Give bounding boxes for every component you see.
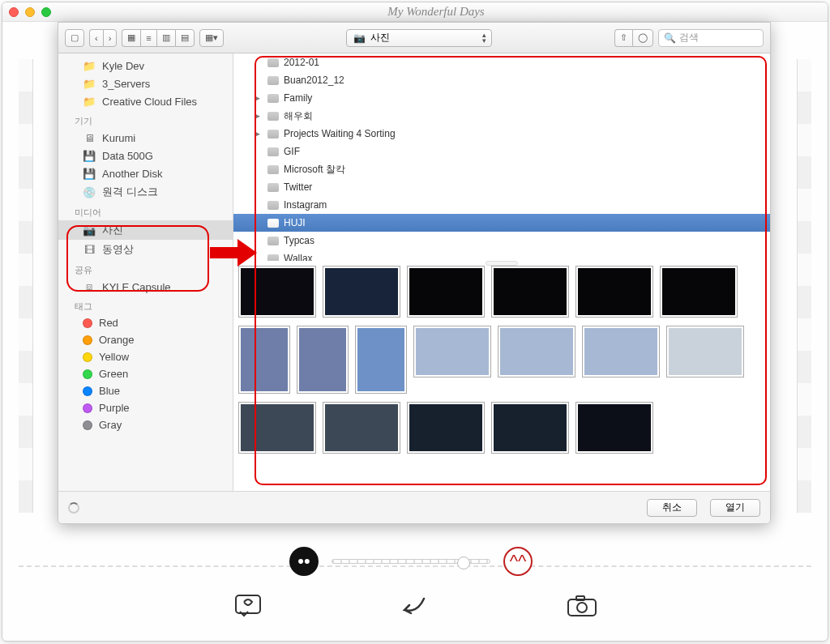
folder-row[interactable]: Twitter [233,178,770,196]
sidebar-item[interactable]: ⧇KYLE Capsule [58,278,233,296]
sidebar-item-사진[interactable]: 📷사진 [58,220,233,240]
photo-thumbnail[interactable] [660,266,738,318]
folder-row[interactable]: GIF [233,143,770,160]
tags-button[interactable]: ◯ [632,29,653,47]
search-icon: 🔍 [664,32,676,44]
disclosure-triangle-icon[interactable]: ▶ [255,112,263,120]
mood-slider[interactable] [332,559,490,564]
photo-thumbnail[interactable] [238,402,316,454]
sidebar-tag-item[interactable]: Gray [58,416,233,433]
reply-button[interactable] [399,590,431,622]
photo-thumbnail[interactable] [355,326,407,394]
sidebar-tag-item[interactable]: Green [58,365,233,382]
split-handle[interactable] [486,261,518,266]
folder-row[interactable]: ▶해우회 [233,107,770,125]
sidebar-item-label: Data 500G [102,150,153,162]
close-window-button[interactable] [9,7,19,17]
sheet-toolbar: ▢ ‹ › ▦ ≡ ▥ ▤ ▦▾ 📷 사진 ▴▾ ⇧ ◯ [58,23,770,53]
open-file-sheet: ▢ ‹ › ▦ ≡ ▥ ▤ ▦▾ 📷 사진 ▴▾ ⇧ ◯ [58,22,771,524]
folder-icon [267,201,279,210]
sidebar-item-label: Red [99,317,118,329]
tag-dot-icon [83,403,92,413]
sidebar[interactable]: 📁Kyle Dev📁3_Servers📁Creative Cloud Files… [58,53,233,491]
photo-thumbnail[interactable] [407,266,485,318]
folder-row[interactable]: Instagram [233,196,770,214]
sidebar-item[interactable]: 📁Kyle Dev [58,57,233,75]
minimize-window-button[interactable] [25,7,35,17]
zoom-window-button[interactable] [41,7,51,17]
sidebar-item[interactable]: 📁3_Servers [58,75,233,92]
sidebar-item[interactable]: 💾Another Disk [58,164,233,182]
photo-thumbnail[interactable] [491,266,569,318]
sidebar-item[interactable]: 📁Creative Cloud Files [58,92,233,110]
folder-row[interactable]: Microsoft 찰칵 [233,160,770,178]
folder-row[interactable]: ▶Projects Waiting 4 Sorting [233,125,770,143]
photo-thumbnail[interactable] [582,326,660,377]
sidebar-item-label: Yellow [99,351,129,363]
share-button[interactable]: ⇧ [614,29,632,47]
photo-thumbnail[interactable] [575,266,653,318]
sidebar-tag-item[interactable]: Blue [58,382,233,399]
folder-row[interactable]: HUJI [233,214,770,232]
tag-dot-icon [83,386,92,396]
sidebar-item[interactable]: 💾Data 500G [58,147,233,164]
camera-icon: 📷 [353,32,366,44]
arrange-button[interactable]: ▦▾ [199,29,224,47]
photo-thumbnail[interactable] [491,402,569,454]
thumbnail-grid[interactable] [233,261,770,491]
app-title: My Wonderful Days [51,5,821,19]
camera-button[interactable] [566,590,598,622]
sidebar-tag-item[interactable]: Red [58,314,233,331]
photo-thumbnail[interactable] [238,326,290,394]
popup-arrows-icon: ▴▾ [482,32,486,44]
path-popup[interactable]: 📷 사진 ▴▾ [346,29,492,47]
toggle-sidebar-button[interactable]: ▢ [65,29,84,47]
sidebar-item[interactable]: 🖥Kurumi [58,129,233,147]
tag-dot-icon [83,335,92,345]
folder-name: Microsoft 찰칵 [284,163,345,177]
disclosure-triangle-icon[interactable]: ▶ [255,130,263,138]
app-window: My Wonderful Days ▢ ‹ › ▦ ≡ ▥ ▤ ▦▾ 📷 사진 [2,2,828,642]
forward-button[interactable]: › [103,29,118,47]
photo-thumbnail[interactable] [498,326,575,377]
cancel-button[interactable]: 취소 [647,499,697,517]
folder-row[interactable]: ▶Family [233,89,770,107]
tag-dot-icon [83,369,92,379]
photo-thumbnail[interactable] [666,326,744,377]
sidebar-item-동영상[interactable]: 🎞동영상 [58,240,233,259]
sidebar-tag-item[interactable]: Purple [58,399,233,416]
list-view-button[interactable]: ≡ [140,29,156,47]
photo-thumbnail[interactable] [413,326,491,377]
photo-thumbnail[interactable] [575,402,653,454]
nav-group: ‹ › [89,29,117,47]
icon-view-button[interactable]: ▦ [122,29,140,47]
photo-thumbnail[interactable] [407,402,485,454]
photo-thumbnail[interactable] [323,402,400,454]
sidebar-item[interactable]: 💿원격 디스크 [58,182,233,202]
tag-dot-icon [83,352,92,362]
search-field[interactable]: 🔍 검색 [658,29,764,47]
folder-row[interactable]: Wallax [233,249,770,261]
sidebar-header-shared: 공유 [58,259,233,278]
titlebar: My Wonderful Days [2,2,828,22]
sidebar-item-label: Creative Cloud Files [102,96,197,108]
photo-thumbnail[interactable] [238,266,316,318]
photo-thumbnail[interactable] [323,266,400,318]
folder-row[interactable]: 2012-01 [233,53,770,71]
gallery-view-button[interactable]: ▤ [175,29,195,47]
back-button[interactable]: ‹ [89,29,103,47]
favorite-button[interactable] [232,590,264,622]
folder-name: Buan2012_12 [284,75,344,86]
open-button[interactable]: 열기 [710,499,760,517]
sidebar-tag-item[interactable]: Orange [58,331,233,348]
folder-row[interactable]: Typcas [233,232,770,249]
folder-row[interactable]: Buan2012_12 [233,71,770,89]
column-view-button[interactable]: ▥ [156,29,175,47]
sidebar-item-label: KYLE Capsule [102,281,171,293]
folder-list[interactable]: 2012-01Buan2012_12▶Family▶해우회▶Projects W… [233,53,770,261]
happy-face-icon: ^^ [503,547,533,576]
disclosure-triangle-icon[interactable]: ▶ [255,94,263,102]
sidebar-tag-item[interactable]: Yellow [58,348,233,365]
capsule-icon: ⧇ [83,280,96,293]
photo-thumbnail[interactable] [297,326,349,394]
